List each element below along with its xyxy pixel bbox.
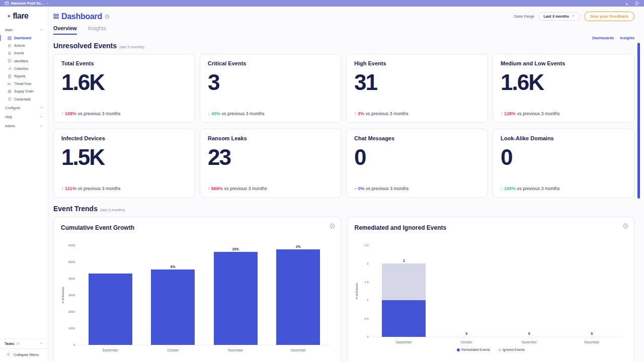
y-axis-title: # of Events	[355, 245, 358, 337]
tab-bar: Overview Insights	[53, 25, 634, 35]
logout-icon[interactable]	[635, 1, 639, 6]
sidebar: ✦ flare MainDashboardActionsEventsIdenti…	[0, 7, 48, 362]
tab-insights[interactable]: Insights	[88, 25, 106, 35]
bar-october	[151, 269, 195, 345]
sidebar-section-main[interactable]: Main	[0, 25, 48, 34]
chevron-down-icon	[39, 106, 43, 110]
trend-compare-label: vs previous 3 months	[223, 186, 267, 191]
feedback-button[interactable]: Give your Feedback	[584, 12, 634, 21]
sidebar-item-credentials[interactable]: Credentials	[0, 96, 48, 103]
trend-arrow-icon: ↑	[208, 186, 211, 191]
sidebar-section-configure[interactable]: Configure	[0, 103, 48, 112]
trend-compare-label: vs previous 3 months	[364, 111, 409, 116]
sidebar-item-identifiers[interactable]: Identifiers	[0, 57, 48, 65]
stat-card-value: 31	[354, 71, 480, 94]
y-tick-label: 0	[367, 335, 368, 338]
collapse-menu-button[interactable]: Collapse Menu	[0, 348, 48, 360]
list-icon	[8, 44, 12, 48]
y-tick-label: 6000	[68, 244, 75, 247]
trend-percent: 128%	[504, 111, 516, 116]
dark-mode-icon[interactable]	[625, 2, 629, 6]
sidebar-item-label: Dashboard	[14, 36, 31, 40]
chart-title: Cumulative Event Growth	[61, 224, 334, 231]
bar-value-label: 0	[465, 332, 467, 335]
section-title: Unresolved Events	[53, 42, 117, 50]
x-tick-label: September	[396, 340, 412, 344]
sidebar-section-help[interactable]: Help	[0, 112, 48, 121]
bar-value-label: 2	[403, 259, 405, 262]
y-tick-label: 4000	[68, 277, 75, 280]
info-icon[interactable]	[330, 222, 335, 231]
stat-card-value: 3	[208, 71, 334, 94]
history-icon[interactable]	[105, 12, 110, 21]
stat-card-high-events: High Events31↑ 3% vs previous 3 months	[346, 54, 488, 123]
sidebar-item-events[interactable]: Events	[0, 49, 48, 57]
dates-range-select[interactable]: Last 3 months	[538, 12, 580, 21]
trend-compare-label: vs previous 3 months	[76, 111, 121, 116]
remediated-ignored-events-card: Remediated and Ignored Events 00.511.522…	[347, 217, 635, 362]
section-subtitle: (last 3 months)	[119, 45, 144, 49]
key-icon	[8, 97, 12, 101]
page-title-text: Dashboard	[61, 12, 102, 21]
stat-card-title: Infected Devices	[61, 135, 187, 141]
cumulative-event-growth-chart: 0100020003000400050006000# of EventsSept…	[61, 238, 334, 362]
sidebar-item-tasks[interactable]: Tasks	[0, 338, 48, 348]
sidebar-section-admin[interactable]: Admin	[0, 121, 48, 130]
scrollbar-thumb[interactable]	[637, 43, 640, 199]
sidebar-item-collection[interactable]: Collection	[0, 65, 48, 72]
trend-compare-label: vs previous 3 months	[516, 111, 560, 116]
y-tick-label: 2000	[68, 310, 75, 313]
sidebar-item-threat-flow[interactable]: Threat Flow	[0, 80, 48, 87]
sidebar-item-dashboard[interactable]: Dashboard	[0, 34, 48, 42]
sidebar-item-label: Threat Flow	[14, 82, 31, 85]
trend-percent: 121%	[65, 186, 76, 191]
sidebar-item-label: Supply Chain	[14, 89, 34, 93]
chevron-down-icon	[572, 14, 575, 19]
trend-arrow-icon: ↑	[61, 186, 65, 191]
x-axis-line	[370, 337, 623, 337]
target-icon	[8, 59, 12, 63]
sidebar-item-reports[interactable]: Reports	[0, 72, 48, 80]
stat-card-trend: ↓ 40% vs previous 3 months	[208, 111, 265, 116]
stat-card-value: 1.6K	[61, 71, 187, 94]
sidebar-item-label: Actions	[14, 44, 25, 47]
trend-compare-label: vs previous 3 months	[516, 186, 560, 191]
x-axis-line	[76, 345, 330, 345]
y-tick-label: 5000	[68, 260, 75, 263]
stat-card-title: Total Events	[61, 60, 187, 66]
dashboards-link[interactable]: Dashboards	[592, 36, 614, 40]
y-tick-label: 1	[367, 299, 368, 302]
trend-arrow-icon: ↑	[61, 111, 65, 116]
stat-card-value: 23	[208, 146, 334, 168]
trend-arrow-icon: ↑	[354, 111, 358, 116]
stat-card-trend: ↑ 108% vs previous 3 months	[61, 111, 121, 116]
stat-card-title: Look-Alike Domains	[501, 135, 626, 141]
sidebar-item-supply-chain[interactable]: Supply Chain	[0, 87, 48, 95]
section-subtitle: (last 3 months)	[100, 208, 125, 212]
trend-arrow-icon: ↑	[501, 111, 504, 116]
trend-percent: 108%	[65, 111, 76, 116]
stat-card-title: Critical Events	[208, 60, 334, 66]
sidebar-item-actions[interactable]: Actions	[0, 42, 48, 49]
unresolved-events-heading: Unresolved Events (last 3 months)	[53, 42, 634, 50]
insights-link[interactable]: Insights	[620, 36, 634, 40]
org-icon	[5, 1, 9, 6]
sidebar-item-label: Events	[14, 51, 24, 55]
bar-value-label: 2%	[296, 245, 300, 248]
trend-compare-label: vs previous 3 months	[365, 186, 409, 191]
tab-overview[interactable]: Overview	[53, 25, 77, 35]
bar-value-label: 6%	[171, 265, 175, 268]
trend-percent: 0%	[358, 186, 365, 191]
flow-icon	[8, 82, 12, 86]
grid-icon	[8, 36, 12, 40]
org-selector[interactable]: Ransom Post Sc...	[5, 1, 49, 6]
stat-card-title: Ransom Leaks	[208, 135, 334, 141]
stat-card-chat-messages: Chat Messages0– 0% vs previous 3 months	[346, 129, 488, 198]
stat-card-ransom-leaks: Ransom Leaks23↑ 666% vs previous 3 month…	[200, 129, 342, 198]
stat-card-trend: ↑ 3% vs previous 3 months	[354, 111, 409, 116]
y-tick-label: 3000	[68, 294, 75, 297]
y-tick-label: 0	[73, 343, 75, 346]
document-icon	[8, 74, 12, 78]
legend-dot-icon	[498, 348, 501, 351]
info-icon[interactable]	[623, 222, 628, 231]
